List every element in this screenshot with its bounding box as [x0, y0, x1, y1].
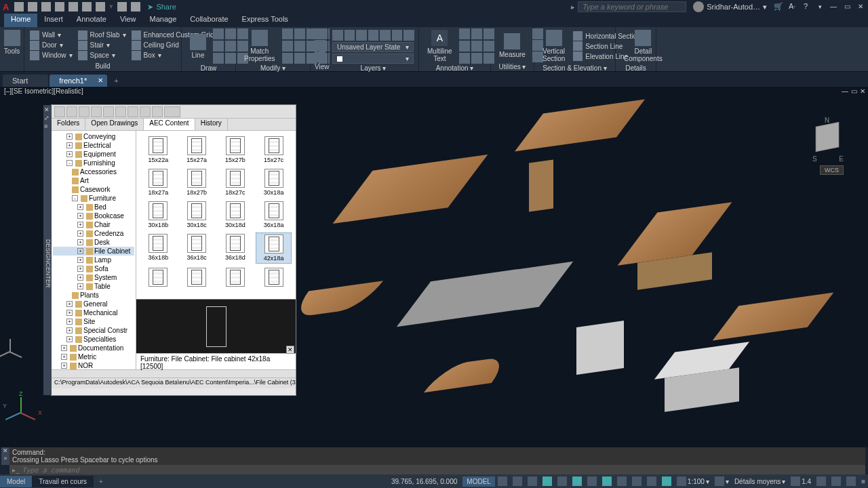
tree-expand-icon[interactable]: +	[66, 151, 73, 157]
content-item[interactable]	[256, 266, 292, 288]
command-input[interactable]	[22, 466, 863, 474]
content-item-30x18c[interactable]: 30x18c	[179, 200, 215, 230]
tree-expand-icon[interactable]: +	[77, 213, 83, 219]
spline-icon[interactable]	[213, 53, 224, 64]
point-icon[interactable]	[225, 53, 236, 64]
tree-expand-icon[interactable]: +	[77, 283, 83, 289]
stair-button[interactable]: Stair▾	[77, 41, 127, 50]
pal-search-icon[interactable]	[91, 106, 102, 117]
wcs-badge[interactable]: WCS	[820, 165, 844, 175]
content-item-36x18a[interactable]: 36x18a	[256, 200, 292, 230]
layer-icon6[interactable]	[392, 30, 403, 41]
stretch-icon[interactable]	[282, 53, 293, 64]
tree-expand-icon[interactable]: +	[77, 257, 83, 263]
palette-tab-history[interactable]: History	[195, 119, 228, 130]
layer-icon1[interactable]	[332, 30, 343, 41]
utilities-panel-label[interactable]: Utilities ▾	[495, 62, 530, 70]
qat-new-icon[interactable]	[14, 2, 24, 12]
tree-expand-icon[interactable]: +	[66, 319, 73, 325]
iso-icon[interactable]	[816, 476, 826, 486]
palette-tab-aec-content[interactable]: AEC Content	[144, 119, 195, 130]
help-chevron-icon[interactable]: ▾	[818, 3, 822, 10]
view-icon2[interactable]	[315, 40, 326, 51]
roofslab-button[interactable]: Roof Slab▾	[77, 30, 127, 40]
lwt-toggle-icon[interactable]	[602, 476, 612, 486]
iso-toggle-icon[interactable]	[557, 476, 567, 486]
search-input[interactable]	[578, 1, 686, 12]
rotate-icon[interactable]	[294, 28, 305, 39]
dim-icon7[interactable]	[459, 53, 470, 64]
content-item-36x18c[interactable]: 36x18c	[179, 232, 215, 264]
tree-expand-icon[interactable]: +	[66, 336, 73, 342]
pal-tree-icon[interactable]	[127, 106, 138, 117]
content-item[interactable]	[218, 266, 254, 288]
layer-dropdown[interactable]: ▾	[332, 54, 414, 64]
tree-expand-icon[interactable]: -	[72, 195, 78, 201]
tree-item-special-constr[interactable]: +Special Constr	[53, 326, 134, 335]
tree-expand-icon[interactable]: +	[77, 274, 83, 281]
detail-level-button[interactable]: Détails moyens▾	[732, 478, 788, 485]
content-item-15x27b[interactable]: 15x27b	[218, 135, 254, 165]
cart-icon[interactable]: 🛒	[774, 2, 783, 12]
customize-button[interactable]: ≡	[859, 478, 868, 485]
pal-views-icon[interactable]	[164, 106, 180, 117]
tree-item-table[interactable]: +Table	[53, 282, 134, 291]
tree-expand-icon[interactable]: -	[66, 160, 73, 166]
door-button[interactable]: Door▾	[28, 41, 74, 50]
layout-add-button[interactable]: +	[94, 476, 108, 487]
share-button[interactable]: Share	[147, 3, 176, 12]
viewcube[interactable]: N S E	[807, 118, 848, 159]
layer-icon3[interactable]	[356, 30, 367, 41]
view-icon3[interactable]	[315, 52, 326, 62]
clean-icon[interactable]	[846, 476, 856, 486]
ribbon-tab-home[interactable]: Home	[4, 14, 37, 27]
pal-desc-icon[interactable]	[152, 106, 163, 117]
view-controls[interactable]: [–][SE Isometric][Realistic]	[4, 87, 83, 95]
palette-hscroll[interactable]	[52, 369, 296, 378]
help-icon[interactable]: ?	[804, 2, 813, 12]
content-item-18x27a[interactable]: 18x27a	[140, 167, 176, 197]
tree-expand-icon[interactable]: +	[66, 327, 73, 333]
qs-toggle-icon[interactable]	[647, 476, 656, 486]
osnap-toggle-icon[interactable]	[572, 476, 582, 486]
user-menu[interactable]: Sridhar-Autod… ▾	[693, 1, 767, 12]
layer-state-dropdown[interactable]: Unsaved Layer State▾	[332, 42, 414, 52]
tree-item-site[interactable]: +Site	[53, 317, 134, 326]
tree-expand-icon[interactable]: +	[66, 142, 73, 148]
pal-preview-icon[interactable]	[140, 106, 151, 117]
transp-toggle-icon[interactable]	[617, 476, 627, 486]
tree-expand-icon[interactable]: +	[61, 363, 67, 369]
palette-tree[interactable]: +Conveying+Electrical+Equipment-Furnishi…	[52, 131, 136, 369]
content-item-18x27c[interactable]: 18x27c	[218, 167, 254, 197]
dim-icon2[interactable]	[471, 28, 482, 39]
content-item-15x27a[interactable]: 15x27a	[179, 135, 215, 165]
ribbon-tab-manage[interactable]: Manage	[143, 14, 184, 27]
tree-item-bed[interactable]: +Bed	[53, 203, 134, 211]
view-icon1[interactable]	[315, 28, 326, 39]
ortho-toggle-icon[interactable]	[528, 476, 537, 486]
pal-up-icon[interactable]	[79, 106, 90, 117]
tree-item-bookcase[interactable]: +Bookcase	[53, 211, 134, 220]
model-tab[interactable]: Model	[0, 476, 32, 487]
qat-plot-icon[interactable]	[68, 2, 78, 12]
dyn-toggle-icon[interactable]	[662, 476, 671, 486]
pal-back-icon[interactable]	[54, 106, 65, 117]
section-panel-label[interactable]: Section & Elevation ▾	[538, 64, 611, 72]
layer-icon7[interactable]	[403, 30, 414, 41]
modify-panel-label[interactable]: Modify ▾	[240, 64, 306, 72]
pal-fav-icon[interactable]	[103, 106, 114, 117]
vp-max-icon[interactable]: ▭	[851, 87, 857, 95]
autodesk-app-icon[interactable]: A·	[789, 2, 798, 12]
scale-icon[interactable]	[294, 53, 305, 64]
qat-extra1-icon[interactable]	[117, 2, 127, 12]
content-item-15x27c[interactable]: 15x27c	[256, 135, 292, 165]
layer-icon5[interactable]	[380, 30, 391, 41]
dim-icon1[interactable]	[459, 28, 470, 39]
vsection-button[interactable]: Vertical Section	[538, 28, 569, 64]
maximize-button[interactable]: ▭	[842, 3, 852, 11]
layer-icon4[interactable]	[368, 30, 379, 41]
tree-item-furniture[interactable]: -Furniture	[53, 194, 134, 203]
palette-menu-icon[interactable]: ≡	[44, 123, 47, 129]
tree-item-chair[interactable]: +Chair	[53, 220, 134, 229]
tools-button[interactable]: Tools	[4, 28, 20, 56]
